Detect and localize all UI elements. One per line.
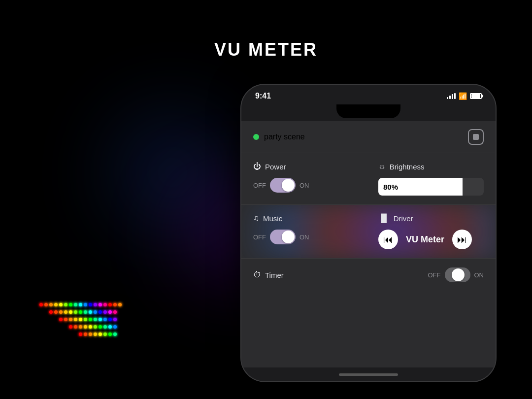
scene-stop-button[interactable]	[468, 129, 484, 145]
led-dot	[79, 332, 82, 336]
music-driver-row: ♫ Music OFF ON	[253, 214, 484, 249]
led-dot	[59, 303, 63, 306]
brightness-value: 80%	[383, 183, 398, 191]
driver-next-button[interactable]: ⏭	[452, 230, 472, 249]
music-block: ♫ Music OFF ON	[253, 214, 359, 249]
timer-icon: ⏱	[253, 270, 261, 279]
power-brightness-section: ⏻ Power OFF ON	[241, 153, 496, 205]
status-bar: 9:41 📶	[241, 85, 496, 104]
led-dot	[113, 303, 117, 306]
led-dot	[39, 303, 43, 306]
next-icon: ⏭	[457, 234, 467, 245]
led-dot	[84, 318, 87, 321]
led-dot	[118, 303, 122, 306]
led-dot	[108, 303, 112, 306]
led-row	[59, 318, 122, 321]
led-dot	[113, 318, 117, 321]
led-dot	[108, 310, 112, 314]
led-dot	[54, 310, 58, 314]
led-dot	[94, 318, 97, 321]
led-dot	[108, 332, 112, 336]
led-dot	[103, 303, 107, 306]
led-dot	[94, 303, 97, 306]
power-icon: ⏻	[253, 162, 261, 171]
led-dot	[49, 303, 53, 306]
led-dot	[79, 310, 82, 314]
led-dot	[84, 325, 87, 329]
music-content: ♫ Music OFF ON	[253, 214, 484, 249]
scene-indicator: party scene	[253, 133, 305, 141]
led-dot	[103, 318, 107, 321]
brightness-slider-container: 80%	[378, 178, 484, 196]
brightness-block: ☼ Brightness 80%	[378, 162, 484, 196]
timer-section: ⏱ Timer OFF ON	[241, 259, 496, 291]
signal-icon	[447, 93, 456, 99]
music-driver-section: ♫ Music OFF ON	[241, 205, 496, 259]
timer-toggle-knob	[452, 268, 465, 281]
led-dot	[108, 318, 112, 321]
music-on-label: ON	[299, 233, 309, 241]
power-toggle[interactable]	[270, 178, 296, 193]
led-dot	[59, 310, 63, 314]
led-dot	[44, 303, 48, 306]
led-dot	[54, 303, 58, 306]
led-dot	[94, 325, 97, 329]
timer-toggle-row: OFF ON	[428, 267, 484, 282]
home-indicator	[241, 367, 496, 381]
power-off-label: OFF	[253, 182, 266, 189]
page-title: VU METER	[214, 39, 318, 60]
led-dot	[64, 303, 67, 306]
brightness-slider[interactable]: 80%	[378, 178, 484, 196]
music-toggle[interactable]	[270, 230, 296, 244]
led-row	[39, 303, 122, 306]
driver-label: ▐▌ Driver	[378, 214, 484, 223]
led-dot	[74, 318, 77, 321]
driver-controls-row: ⏮ VU Meter ⏭	[378, 230, 484, 249]
led-dot	[103, 310, 107, 314]
wifi-icon: 📶	[459, 92, 467, 100]
led-row	[49, 310, 122, 314]
music-icon: ♫	[253, 214, 259, 223]
led-dot	[69, 310, 72, 314]
led-dot	[94, 310, 97, 314]
led-dot	[94, 332, 97, 336]
phone-body: 9:41 📶	[240, 84, 497, 382]
driver-current-name: VU Meter	[406, 234, 444, 245]
music-off-label: OFF	[253, 233, 266, 241]
notch-area	[241, 104, 496, 121]
led-row	[69, 325, 122, 329]
music-label: ♫ Music	[253, 214, 359, 223]
led-dot	[103, 332, 107, 336]
led-dot	[99, 318, 102, 321]
stop-icon	[473, 134, 479, 140]
led-dot	[108, 325, 112, 329]
phone-screen: party scene ⏻ Power OFF	[241, 121, 496, 367]
scene-name: party scene	[264, 133, 305, 141]
led-dot	[113, 332, 117, 336]
status-time: 9:41	[255, 92, 271, 100]
led-dot	[74, 325, 77, 329]
led-strips	[39, 303, 122, 340]
led-dot	[113, 325, 117, 329]
led-dot	[84, 310, 87, 314]
power-label: ⏻ Power	[253, 162, 359, 171]
led-dot	[89, 332, 92, 336]
led-dot	[69, 318, 72, 321]
led-dot	[64, 310, 67, 314]
led-dot	[99, 325, 102, 329]
timer-toggle[interactable]	[445, 267, 470, 282]
power-block: ⏻ Power OFF ON	[253, 162, 359, 196]
timer-label: ⏱ Timer	[253, 270, 284, 279]
notch	[336, 104, 400, 118]
brightness-icon: ☼	[378, 162, 386, 171]
music-toggle-row: OFF ON	[253, 230, 359, 244]
driver-block: ▐▌ Driver ⏮ VU Meter ⏭	[378, 214, 484, 249]
led-dot	[69, 303, 72, 306]
power-toggle-row: OFF ON	[253, 178, 359, 193]
led-dot	[103, 325, 107, 329]
scene-header: party scene	[241, 121, 496, 153]
driver-prev-button[interactable]: ⏮	[378, 230, 398, 249]
led-dot	[99, 303, 102, 306]
prev-icon: ⏮	[383, 234, 393, 245]
led-dot	[74, 303, 77, 306]
